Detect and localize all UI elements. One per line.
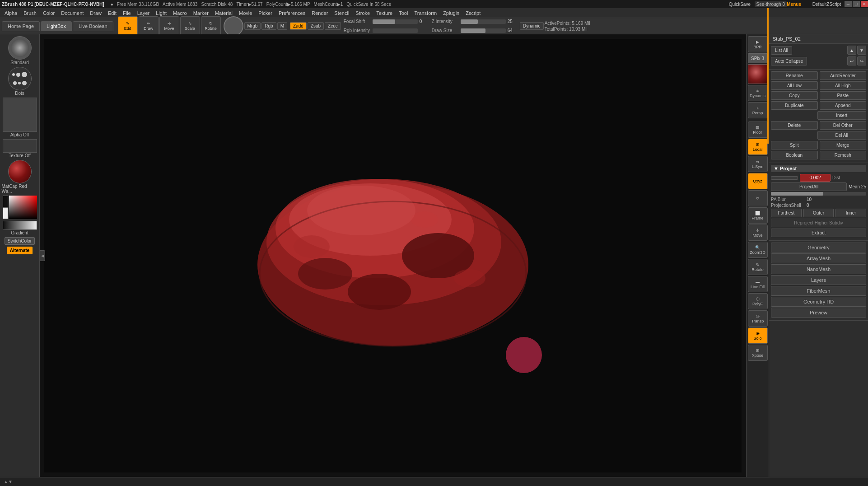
geometry-hd-button[interactable]: Geometry HD xyxy=(771,297,866,307)
minimize-button[interactable]: ─ xyxy=(845,1,852,7)
collapse-left-arrow[interactable]: ↩ xyxy=(847,56,856,65)
black-swatch[interactable] xyxy=(3,196,8,207)
geometry-button[interactable]: Geometry xyxy=(771,243,866,252)
array-mesh-button[interactable]: ArrayMesh xyxy=(771,253,866,263)
menu-material[interactable]: Material xyxy=(212,9,235,17)
duplicate-button[interactable]: Duplicate xyxy=(771,101,818,110)
del-all-button[interactable]: Del All xyxy=(817,131,867,140)
menu-movie[interactable]: Movie xyxy=(236,9,255,17)
color-picker[interactable] xyxy=(2,196,38,219)
move-button[interactable]: ✛ Move xyxy=(159,16,179,36)
nav-up-arrow[interactable]: ▲ xyxy=(847,46,856,55)
nav-down-arrow[interactable]: ▼ xyxy=(857,46,866,55)
material-selector[interactable]: MatCap Red Wa... xyxy=(2,160,38,194)
gradient-selector[interactable]: Gradient xyxy=(2,221,38,235)
paste-button[interactable]: Paste xyxy=(820,91,867,100)
copy-button[interactable]: Copy xyxy=(771,91,818,100)
brush-selector[interactable]: Standard xyxy=(2,36,38,65)
transp-button[interactable]: ◎ Transp xyxy=(748,310,768,327)
rename-button[interactable]: Rename xyxy=(771,71,818,80)
split-button[interactable]: Split xyxy=(771,141,818,150)
menu-marker[interactable]: Marker xyxy=(191,9,211,17)
layers-button[interactable]: Layers xyxy=(771,275,866,285)
project-all-button[interactable]: ProjectAll xyxy=(771,182,847,191)
zcuc-button[interactable]: Zcuc xyxy=(325,22,341,30)
menu-alpha[interactable]: Alpha xyxy=(2,9,20,17)
delete-button[interactable]: Delete xyxy=(771,121,818,130)
menu-tool[interactable]: Tool xyxy=(396,9,411,17)
merge-button[interactable]: Merge xyxy=(820,141,867,150)
project-title[interactable]: ▼ Project xyxy=(771,165,866,172)
quicksave-button[interactable]: QuickSave xyxy=(729,2,751,7)
remesh-button[interactable]: Remesh xyxy=(820,151,867,159)
menu-brush[interactable]: Brush xyxy=(21,9,39,17)
white-swatch[interactable] xyxy=(3,207,8,219)
move3d-button[interactable]: ✛ Move xyxy=(748,224,768,241)
color-picker-widget[interactable] xyxy=(3,196,37,219)
alternate-btn[interactable]: Alternate xyxy=(7,247,33,254)
edit-button[interactable]: ✎ Edit xyxy=(118,16,138,36)
switch-color-btn[interactable]: SwitchColor xyxy=(5,237,35,245)
insert-button[interactable]: Insert xyxy=(817,111,867,120)
mean-slider[interactable] xyxy=(771,192,866,196)
floor-button[interactable]: ▦ Floor xyxy=(748,122,768,138)
farthest-button[interactable]: Farthest xyxy=(771,209,802,217)
menu-zscript[interactable]: Zscript xyxy=(463,9,483,17)
scale-button[interactable]: ⤡ Scale xyxy=(180,16,200,36)
menus-button[interactable]: Menus xyxy=(787,2,801,7)
menu-light[interactable]: Light xyxy=(153,9,169,17)
linefill-button[interactable]: ▬ Line Fill xyxy=(748,276,768,292)
dist-button[interactable] xyxy=(771,176,798,180)
gradient-bar[interactable] xyxy=(3,221,37,230)
auto-reorder-button[interactable]: AutoReorder xyxy=(820,71,867,80)
auto-collapse-button[interactable]: Auto Collapse xyxy=(771,57,807,65)
menu-preferences[interactable]: Preferences xyxy=(276,9,308,17)
spin-button[interactable]: ↻ xyxy=(748,190,768,206)
draw-size-slider[interactable] xyxy=(461,28,506,33)
zadd-button[interactable]: Zadd xyxy=(290,22,307,30)
solo-button[interactable]: ◉ Solo xyxy=(748,327,768,344)
alpha-selector[interactable]: Alpha Off xyxy=(2,98,38,137)
fiber-mesh-button[interactable]: FiberMesh xyxy=(771,286,866,296)
lsym-button[interactable]: ⇔ L.Sym xyxy=(748,156,768,172)
focal-shift-slider[interactable] xyxy=(373,19,418,24)
menu-draw[interactable]: Draw xyxy=(87,9,104,17)
z-intensity-slider[interactable] xyxy=(461,19,506,24)
polyf-button[interactable]: ⬡ PolyF xyxy=(748,293,768,309)
nano-mesh-button[interactable]: NanoMesh xyxy=(771,264,866,274)
menu-render[interactable]: Render xyxy=(309,9,331,17)
local-button[interactable]: ⊞ Local xyxy=(748,139,768,155)
brush-mode-btn[interactable] xyxy=(224,16,243,36)
rgb-button[interactable]: Rgb xyxy=(261,22,276,30)
collapse-right-arrow[interactable]: ↪ xyxy=(857,56,866,65)
persp-button[interactable]: ⟁ Persp xyxy=(748,102,768,118)
rotate-button[interactable]: ↻ Rotate xyxy=(201,16,221,36)
dynamic-button[interactable]: Dynamic xyxy=(520,22,544,30)
tab-lightbox[interactable]: LightBox xyxy=(41,21,72,31)
mrgb-button[interactable]: Mrgb xyxy=(244,22,261,30)
dynamic-button[interactable]: ≋ Dynamic xyxy=(748,85,768,101)
boolean-button[interactable]: Boolean xyxy=(771,151,818,159)
extract-button[interactable]: Extract xyxy=(771,229,866,237)
preview-button[interactable]: Preview xyxy=(771,308,866,318)
zoom3d-button[interactable]: 🔍 Zoom3D xyxy=(748,242,768,258)
m-button[interactable]: M xyxy=(277,22,287,30)
append-button[interactable]: Append xyxy=(820,101,867,110)
rgb-intensity-slider[interactable] xyxy=(373,28,418,33)
menu-picker[interactable]: Picker xyxy=(256,9,275,17)
tab-live-boolean[interactable]: Live Boolean xyxy=(73,21,113,31)
reproject-button[interactable]: Reproject Higher Subdiv xyxy=(771,219,866,227)
stroke-selector[interactable]: Dots xyxy=(2,67,38,96)
rotate3d-button[interactable]: ↻ Rotate xyxy=(748,259,768,275)
outer-button[interactable]: Outer xyxy=(803,209,834,217)
material-thumb[interactable] xyxy=(8,160,32,183)
brush-thumb[interactable] xyxy=(8,36,32,60)
switch-color-button[interactable]: SwitchColor xyxy=(2,237,38,245)
texture-selector[interactable]: Texture Off xyxy=(2,139,38,158)
menu-edit[interactable]: Edit xyxy=(105,9,119,17)
menu-file[interactable]: File xyxy=(120,9,134,17)
del-other-button[interactable]: Del Other xyxy=(820,121,867,130)
menu-stencil[interactable]: Stencil xyxy=(331,9,352,17)
menu-transform[interactable]: Transform xyxy=(411,9,439,17)
inner-button[interactable]: Inner xyxy=(835,209,866,217)
